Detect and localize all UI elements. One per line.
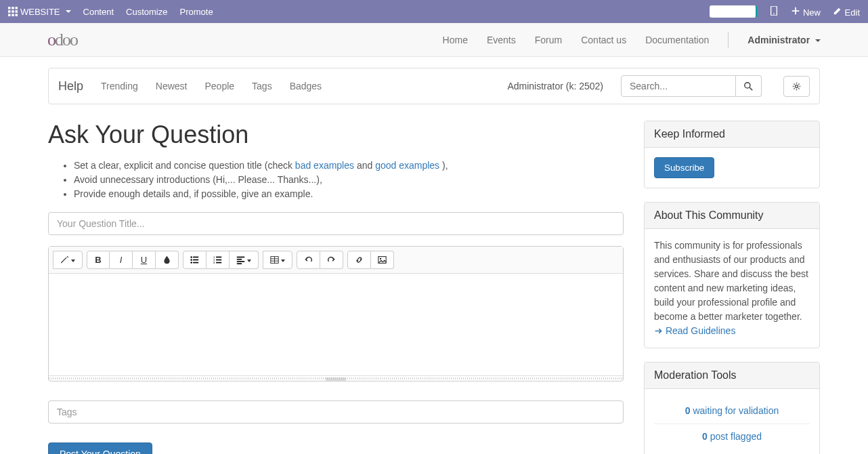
nav-admin-menu[interactable]: Administrator	[747, 35, 821, 45]
svg-rect-24	[216, 262, 221, 264]
forum-title[interactable]: Help	[58, 79, 83, 94]
redo-button[interactable]	[320, 251, 343, 269]
user-karma[interactable]: Administrator (k: 2502)	[507, 81, 603, 91]
promote-link[interactable]: Promote	[179, 7, 213, 17]
nav-contact[interactable]: Contact us	[581, 35, 626, 45]
website-label: WEBSITE	[20, 7, 60, 17]
svg-rect-0	[8, 7, 11, 9]
keep-informed-panel: Keep Informed Subscribe	[644, 121, 820, 188]
about-text: This community is for professionals and …	[654, 240, 808, 322]
pencil-icon	[833, 6, 842, 16]
table-icon	[270, 255, 279, 264]
logo[interactable]: odoo	[47, 30, 77, 50]
moderation-tools-panel: Moderation Tools 0 waiting for validatio…	[644, 362, 820, 454]
image-button[interactable]	[371, 251, 394, 269]
nav-events[interactable]: Events	[487, 35, 516, 45]
edit-button[interactable]: Edit	[833, 6, 860, 18]
customize-link[interactable]: Customize	[126, 7, 167, 17]
mobile-icon	[769, 6, 779, 16]
style-dropdown[interactable]	[53, 251, 83, 269]
italic-button[interactable]: I	[110, 251, 133, 269]
new-button[interactable]: New	[791, 6, 821, 18]
post-question-button[interactable]: Post Your Question	[48, 442, 152, 454]
undo-icon	[304, 255, 313, 264]
subscribe-button[interactable]: Subscribe	[654, 157, 714, 178]
forum-settings-button[interactable]	[783, 76, 810, 97]
list-ol-icon: 123	[213, 255, 222, 264]
svg-rect-16	[193, 257, 198, 258]
grid-icon	[8, 7, 18, 16]
tags-input[interactable]	[48, 400, 624, 424]
svg-rect-17	[193, 260, 198, 261]
search-button[interactable]	[736, 75, 762, 97]
nav-home[interactable]: Home	[443, 35, 468, 45]
guideline-item: Avoid unnecessary introductions (Hi,... …	[74, 173, 624, 187]
panel-title: About This Community	[645, 203, 819, 229]
editor-toolbar: B I U 123	[49, 247, 623, 274]
editor-resize-handle[interactable]	[49, 375, 623, 381]
panel-title: Moderation Tools	[645, 363, 819, 389]
svg-rect-25	[237, 257, 244, 258]
tab-people[interactable]: People	[204, 81, 234, 91]
search-input[interactable]	[621, 75, 736, 97]
guidelines-list: Set a clear, explicit and concise questi…	[48, 159, 624, 201]
bad-examples-link[interactable]: bad examples	[295, 160, 354, 171]
mod-validation-item[interactable]: 0 waiting for validation	[654, 398, 810, 424]
nav-divider	[728, 32, 729, 48]
bold-button[interactable]: B	[87, 251, 110, 269]
magic-icon	[60, 255, 69, 264]
list-ul-icon	[190, 255, 199, 264]
svg-rect-7	[12, 14, 14, 17]
svg-rect-18	[193, 262, 198, 264]
rich-text-editor: B I U 123	[48, 246, 624, 381]
ol-button[interactable]: 123	[207, 251, 230, 269]
underline-button[interactable]: U	[133, 251, 156, 269]
plus-icon	[791, 6, 800, 16]
read-guidelines-link[interactable]: Read Guidelines	[654, 325, 735, 336]
website-menu-button[interactable]: WEBSITE	[8, 7, 71, 17]
caret-down-icon	[66, 10, 71, 13]
caret-down-icon	[247, 260, 251, 262]
tab-trending[interactable]: Trending	[101, 81, 138, 91]
svg-rect-28	[237, 263, 242, 264]
good-examples-link[interactable]: good examples	[375, 160, 439, 171]
nav-documentation[interactable]: Documentation	[645, 35, 709, 45]
table-dropdown[interactable]	[263, 251, 292, 269]
publish-toggle[interactable]	[710, 5, 757, 18]
ul-button[interactable]	[183, 251, 207, 269]
tab-newest[interactable]: Newest	[156, 81, 188, 91]
svg-point-12	[795, 85, 798, 87]
svg-rect-1	[12, 7, 14, 9]
mobile-preview-button[interactable]	[769, 6, 779, 18]
caret-down-icon	[281, 260, 285, 262]
link-button[interactable]	[347, 251, 371, 269]
search-icon	[744, 82, 753, 91]
nav-forum[interactable]: Forum	[535, 35, 562, 45]
svg-rect-23	[216, 260, 221, 261]
page-title: Ask Your Question	[48, 121, 624, 149]
svg-rect-22	[216, 257, 221, 258]
about-community-panel: About This Community This community is f…	[644, 202, 820, 348]
question-title-input[interactable]	[48, 212, 624, 235]
svg-point-11	[745, 82, 750, 87]
svg-rect-27	[237, 261, 244, 262]
svg-rect-5	[16, 10, 18, 13]
link-icon	[355, 255, 364, 264]
editor-content[interactable]	[49, 274, 623, 375]
gear-icon	[792, 82, 801, 91]
svg-text:3: 3	[213, 261, 215, 264]
svg-rect-6	[8, 14, 11, 17]
tab-tags[interactable]: Tags	[252, 81, 272, 91]
svg-point-10	[773, 13, 775, 14]
undo-button[interactable]	[297, 251, 320, 269]
site-navbar: odoo Home Events Forum Contact us Docume…	[0, 23, 868, 57]
tab-badges[interactable]: Badges	[290, 81, 322, 91]
mod-flagged-item[interactable]: 0 post flagged	[654, 424, 810, 449]
content-link[interactable]: Content	[83, 7, 114, 17]
panel-title: Keep Informed	[645, 121, 819, 148]
align-dropdown[interactable]	[230, 251, 259, 269]
align-left-icon	[236, 255, 245, 264]
image-icon	[378, 255, 387, 264]
svg-rect-3	[8, 10, 11, 13]
color-button[interactable]	[156, 251, 179, 269]
